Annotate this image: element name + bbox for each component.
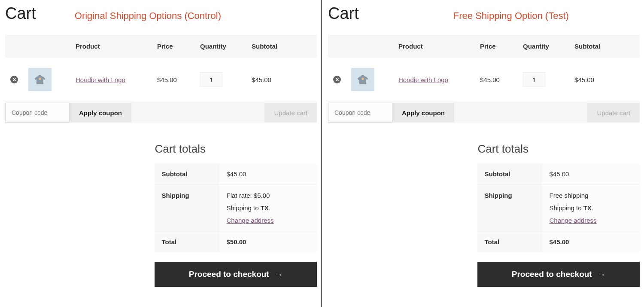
cart-totals: Cart totals Subtotal $45.00 Shipping Fre… [477, 142, 640, 287]
col-product: Product [70, 35, 152, 58]
page-title: Cart [328, 4, 359, 23]
product-thumbnail[interactable] [28, 68, 52, 91]
cart-actions-row: Apply coupon Update cart [5, 102, 317, 123]
col-quantity: Quantity [518, 35, 569, 58]
subtotal-value: $45.00 [542, 163, 640, 185]
quantity-stepper[interactable] [200, 72, 222, 87]
product-thumbnail[interactable] [351, 68, 374, 91]
svg-point-0 [39, 78, 41, 80]
col-product: Product [393, 35, 475, 58]
col-subtotal: Subtotal [246, 35, 317, 58]
change-address-link[interactable]: Change address [226, 217, 273, 224]
cart-items-table: Product Price Quantity Subtotal ✕ [328, 35, 640, 123]
apply-coupon-button[interactable]: Apply coupon [70, 103, 131, 123]
item-subtotal: $45.00 [569, 58, 640, 102]
change-address-link[interactable]: Change address [549, 217, 596, 224]
item-price: $45.00 [475, 58, 518, 102]
update-cart-button[interactable]: Update cart [264, 103, 317, 123]
proceed-to-checkout-button[interactable]: Proceed to checkout → [477, 262, 640, 287]
col-price: Price [475, 35, 518, 58]
hoodie-icon [355, 72, 371, 87]
product-link[interactable]: Hoodie with Logo [398, 76, 448, 83]
totals-subtotal-row: Subtotal $45.00 [477, 163, 640, 185]
subtotal-value: $45.00 [219, 163, 317, 185]
col-quantity: Quantity [195, 35, 246, 58]
col-thumb [23, 35, 70, 58]
table-row: ✕ Hoodie with Logo $ [328, 58, 640, 102]
update-cart-button[interactable]: Update cart [587, 103, 640, 123]
total-value: $45.00 [542, 231, 640, 253]
shipping-label: Shipping [477, 185, 542, 231]
shipping-label: Shipping [155, 185, 219, 231]
cart-totals-table: Subtotal $45.00 Shipping Free shipping S… [477, 163, 640, 252]
cart-panel-test: Cart Free Shipping Option (Test) Product… [322, 0, 644, 307]
header-row: Cart Original Shipping Options (Control) [5, 4, 317, 23]
totals-subtotal-row: Subtotal $45.00 [155, 163, 317, 185]
checkout-button-label: Proceed to checkout [512, 270, 592, 279]
col-remove [328, 35, 346, 58]
close-icon: ✕ [335, 77, 339, 82]
item-subtotal: $45.00 [246, 58, 317, 102]
col-remove [5, 35, 23, 58]
shipping-destination: Shipping to TX. [226, 204, 310, 212]
totals-total-row: Total $50.00 [155, 231, 317, 253]
arrow-right-icon: → [274, 270, 283, 279]
total-label: Total [155, 231, 219, 253]
totals-shipping-row: Shipping Free shipping Shipping to TX. C… [477, 185, 640, 231]
cart-items-table: Product Price Quantity Subtotal ✕ [5, 35, 317, 123]
remove-item-button[interactable]: ✕ [10, 76, 18, 83]
coupon-input[interactable] [328, 103, 392, 123]
shipping-method: Free shipping [549, 192, 633, 199]
proceed-to-checkout-button[interactable]: Proceed to checkout → [155, 262, 317, 287]
col-thumb [346, 35, 393, 58]
shipping-destination: Shipping to TX. [549, 204, 633, 212]
checkout-button-label: Proceed to checkout [189, 270, 269, 279]
col-subtotal: Subtotal [569, 35, 640, 58]
quantity-stepper[interactable] [523, 72, 545, 87]
totals-total-row: Total $45.00 [477, 231, 640, 253]
remove-item-button[interactable]: ✕ [333, 76, 341, 83]
cart-totals-table: Subtotal $45.00 Shipping Flat rate: $5.0… [155, 163, 317, 252]
subtotal-label: Subtotal [155, 163, 219, 185]
item-price: $45.00 [152, 58, 195, 102]
close-icon: ✕ [12, 77, 16, 82]
variant-label: Free Shipping Option (Test) [453, 10, 569, 21]
apply-coupon-button[interactable]: Apply coupon [392, 103, 454, 123]
header-row: Cart Free Shipping Option (Test) [328, 4, 640, 23]
col-price: Price [152, 35, 195, 58]
variant-label: Original Shipping Options (Control) [75, 10, 221, 21]
cart-totals-title: Cart totals [477, 142, 640, 156]
total-value: $50.00 [219, 231, 317, 253]
coupon-input[interactable] [5, 103, 70, 123]
cart-totals: Cart totals Subtotal $45.00 Shipping Fla… [155, 142, 317, 287]
svg-point-1 [361, 78, 364, 80]
cart-actions-row: Apply coupon Update cart [328, 102, 640, 123]
total-label: Total [477, 231, 542, 253]
hoodie-icon [32, 72, 48, 87]
table-row: ✕ Hoodie with Logo $ [5, 58, 317, 102]
cart-panel-control: Cart Original Shipping Options (Control)… [0, 0, 322, 307]
cart-totals-title: Cart totals [155, 142, 317, 156]
page-title: Cart [5, 4, 36, 23]
arrow-right-icon: → [597, 270, 606, 279]
product-link[interactable]: Hoodie with Logo [76, 76, 125, 83]
totals-shipping-row: Shipping Flat rate: $5.00 Shipping to TX… [155, 185, 317, 231]
subtotal-label: Subtotal [477, 163, 542, 185]
shipping-method: Flat rate: $5.00 [226, 192, 310, 199]
